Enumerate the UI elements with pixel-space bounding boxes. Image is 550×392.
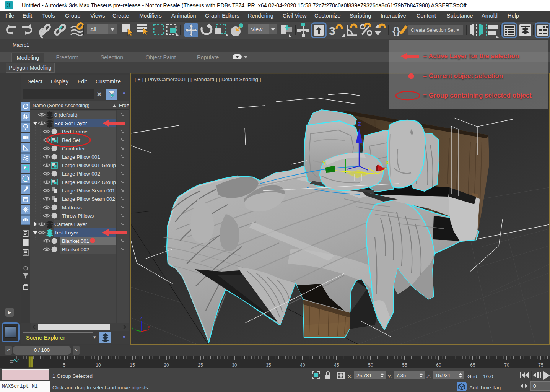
svg-text:Z: Z [358, 121, 361, 127]
svg-text:Large Pillow Seam 002: Large Pillow Seam 002 [62, 196, 115, 202]
svg-text:65: 65 [470, 363, 475, 368]
svg-text:Y: Y [322, 160, 326, 166]
svg-text:Mattress: Mattress [62, 205, 82, 210]
svg-text:60: 60 [436, 363, 441, 368]
svg-text:Test Layer: Test Layer [54, 230, 78, 236]
svg-text:55: 55 [402, 363, 407, 368]
svg-text:Large Pillow 001: Large Pillow 001 [62, 154, 100, 160]
svg-text:Large Pillow 002 Group: Large Pillow 002 Group [62, 179, 116, 185]
svg-text:15: 15 [130, 363, 135, 368]
svg-text:View: View [251, 26, 263, 33]
svg-text:Camera Layer: Camera Layer [54, 221, 87, 227]
svg-text:45: 45 [334, 363, 339, 368]
svg-text:Throw Pillows: Throw Pillows [62, 213, 94, 219]
svg-text:Large Pillow Seam 001: Large Pillow Seam 001 [62, 188, 115, 194]
svg-text:25: 25 [198, 363, 203, 368]
svg-text:3: 3 [7, 2, 11, 8]
svg-text:Large Pillow 002: Large Pillow 002 [62, 171, 100, 177]
svg-text:20: 20 [164, 363, 169, 368]
svg-text:x: x [148, 324, 150, 329]
svg-text:Create Selection Set: Create Selection Set [411, 28, 455, 33]
svg-text:All: All [90, 26, 96, 33]
svg-text:y: y [132, 325, 134, 330]
svg-text:35: 35 [266, 363, 271, 368]
svg-text:10: 10 [96, 363, 101, 368]
svg-text:Bed Set Layer: Bed Set Layer [54, 120, 87, 126]
svg-text:{}: {} [392, 25, 400, 37]
svg-text:50: 50 [368, 363, 373, 368]
svg-text:5: 5 [63, 363, 66, 368]
svg-text:70: 70 [504, 363, 509, 368]
svg-text:Blanket 002: Blanket 002 [62, 247, 89, 252]
svg-text:40: 40 [300, 363, 305, 368]
svg-text:Blanket 001: Blanket 001 [62, 238, 89, 244]
svg-text:[ + ] [ PhysCamera001 ] [ Stan: [ + ] [ PhysCamera001 ] [ Standard ] [ D… [135, 76, 261, 82]
svg-text:30: 30 [232, 363, 237, 368]
svg-text:Bed Set: Bed Set [62, 137, 80, 143]
svg-text:0 (default): 0 (default) [54, 112, 78, 118]
svg-text:75: 75 [538, 363, 543, 368]
svg-text:Large Pillow 001 Group: Large Pillow 001 Group [62, 163, 116, 168]
svg-text:X: X [386, 159, 389, 166]
svg-text:Z: Z [140, 316, 142, 321]
svg-text:3: 3 [329, 24, 335, 37]
